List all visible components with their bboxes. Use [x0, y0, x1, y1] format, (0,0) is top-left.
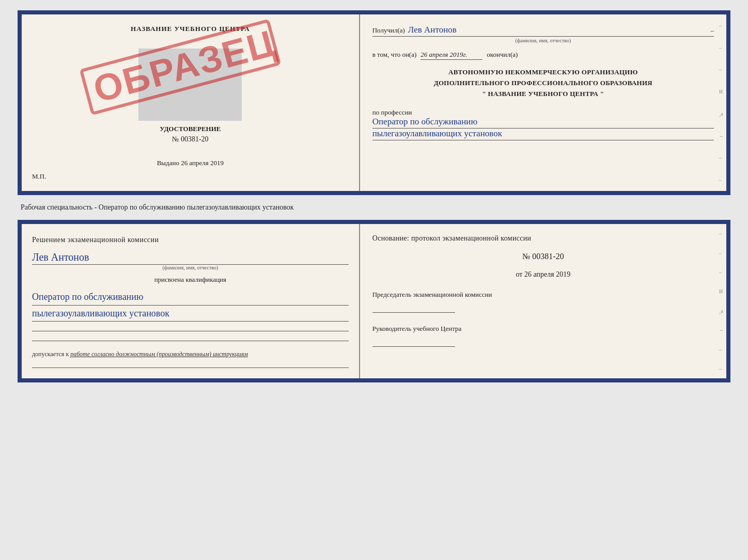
- stamp-area: ОБРАЗЕЦ УДОСТОВЕРЕНИЕ № 00381-20 Выдано …: [32, 38, 349, 167]
- bmark2: –: [719, 250, 724, 256]
- bottom-document: Решением экзаменационной комиссии Лев Ан…: [18, 220, 730, 382]
- predsedatel-signature-line: [372, 302, 455, 313]
- org-line1: АВТОНОМНУЮ НЕКОММЕРЧЕСКУЮ ОРГАНИЗАЦИЮ: [372, 67, 714, 78]
- poluchil-label: Получил(а): [372, 26, 405, 35]
- mark6: ←: [719, 133, 724, 139]
- bmark5: ¸а: [719, 308, 724, 314]
- bmark6: ←: [719, 327, 724, 333]
- poluchil-section: Получил(а) Лев Антонов – (фамилия, имя, …: [372, 25, 714, 43]
- mark7: –: [719, 155, 724, 161]
- org-line3: " НАЗВАНИЕ УЧЕБНОГО ЦЕНТРА ": [372, 89, 714, 100]
- rukovoditel-signature-line: [372, 337, 455, 347]
- bmark3: –: [719, 269, 724, 275]
- top-document: НАЗВАНИЕ УЧЕБНОГО ЦЕНТРА ОБРАЗЕЦ УДОСТОВ…: [18, 10, 730, 195]
- vtom-section: в том, что он(а) 26 апреля 2019г. окончи…: [372, 51, 714, 60]
- resheniem-text: Решением экзаменационной комиссии: [32, 234, 349, 245]
- signature-line1: [32, 331, 349, 331]
- bottom-fio-sub: (фамилия, имя, отчество): [32, 265, 349, 270]
- bottom-doc-left: Решением экзаменационной комиссии Лев Ан…: [22, 224, 360, 378]
- ot-label: от: [516, 270, 523, 278]
- bottom-profession1: Оператор по обслуживанию: [32, 289, 349, 306]
- org-line2: ДОПОЛНИТЕЛЬНОГО ПРОФЕССИОНАЛЬНОГО ОБРАЗО…: [372, 78, 714, 89]
- vydano-label: Выдано: [157, 159, 179, 167]
- vydano-date: 26 апреля 2019: [181, 159, 224, 167]
- bottom-doc-right: Основание: протокол экзаменационной коми…: [360, 224, 726, 378]
- dash1: –: [710, 26, 714, 35]
- mark2: –: [719, 45, 724, 51]
- mark3: –: [719, 67, 724, 72]
- bmark7: –: [719, 347, 724, 353]
- mark1: –: [719, 23, 724, 28]
- mp-label: М.П.: [32, 172, 46, 181]
- side-marks-top: – – – И ¸а ← – –: [719, 14, 724, 191]
- profession-line2: пылегазоулавливающих установок: [372, 129, 714, 140]
- dopuskaetsya-value: работе согласно должностным (производств…: [70, 350, 248, 358]
- signature-line3: [32, 367, 349, 368]
- ot-date-value: 26 апреля 2019: [524, 270, 570, 278]
- dopuskaetsya-label: допускается к: [32, 350, 69, 358]
- profession-section: по профессии Оператор по обслуживанию пы…: [372, 106, 714, 140]
- vtom-label: в том, что он(а): [372, 51, 417, 59]
- cert-number: № 00381-20: [172, 135, 209, 143]
- prisvoena-label: присвоена квалификация: [32, 276, 349, 284]
- middle-label: Рабочая специальность - Оператор по обсл…: [10, 203, 294, 212]
- bmark8: –: [719, 366, 724, 372]
- mark5: ¸а: [719, 111, 724, 117]
- osnov-label: Основание: протокол экзаменационной коми…: [372, 234, 714, 243]
- certificate-block: [138, 49, 242, 121]
- mark8: –: [719, 177, 724, 183]
- po-professii-label: по профессии: [372, 108, 714, 117]
- predsedatel-block: Председатель экзаменационной комиссии: [372, 290, 714, 313]
- bmark1: –: [719, 231, 724, 236]
- dopuskaetsya-block: допускается к работе согласно должностны…: [32, 350, 349, 358]
- signature-line2: [32, 341, 349, 341]
- bottom-profession2: пылегазоулавливающих установок: [32, 306, 349, 322]
- vydano-line: Выдано 26 апреля 2019: [157, 159, 224, 167]
- side-marks-bottom: – – – И ¸а ← – –: [719, 224, 724, 378]
- top-doc-left: НАЗВАНИЕ УЧЕБНОГО ЦЕНТРА ОБРАЗЕЦ УДОСТОВ…: [22, 14, 360, 191]
- protocol-number: № 00381-20: [372, 252, 714, 261]
- top-left-title: НАЗВАНИЕ УЧЕБНОГО ЦЕНТРА: [131, 25, 250, 33]
- rukovoditel-block: Руководитель учебного Центра: [372, 324, 714, 347]
- rukovoditel-label: Руководитель учебного Центра: [372, 324, 714, 333]
- okonchil-label: окончил(а): [487, 51, 518, 59]
- mark4: И: [719, 89, 724, 94]
- bottom-fio: Лев Антонов: [32, 251, 349, 265]
- bottom-fio-section: Лев Антонов (фамилия, имя, отчество): [32, 250, 349, 270]
- ot-date-line: от 26 апреля 2019: [372, 270, 714, 279]
- fio-subtitle: (фамилия, имя, отчество): [372, 38, 714, 43]
- predsedatel-label: Председатель экзаменационной комиссии: [372, 290, 714, 299]
- recipient-fio: Лев Антонов: [408, 25, 457, 35]
- bmark4: И: [719, 289, 724, 294]
- org-name-block: АВТОНОМНУЮ НЕКОММЕРЧЕСКУЮ ОРГАНИЗАЦИЮ ДО…: [372, 67, 714, 99]
- vtom-date: 26 апреля 2019г.: [420, 51, 482, 60]
- udostoverenie-label: УДОСТОВЕРЕНИЕ: [160, 125, 221, 133]
- profession-line1: Оператор по обслуживанию: [372, 117, 714, 129]
- bottom-profession-section: Оператор по обслуживанию пылегазоулавлив…: [32, 289, 349, 322]
- top-doc-right: Получил(а) Лев Антонов – (фамилия, имя, …: [360, 14, 726, 191]
- poluchil-line: Получил(а) Лев Антонов –: [372, 25, 714, 37]
